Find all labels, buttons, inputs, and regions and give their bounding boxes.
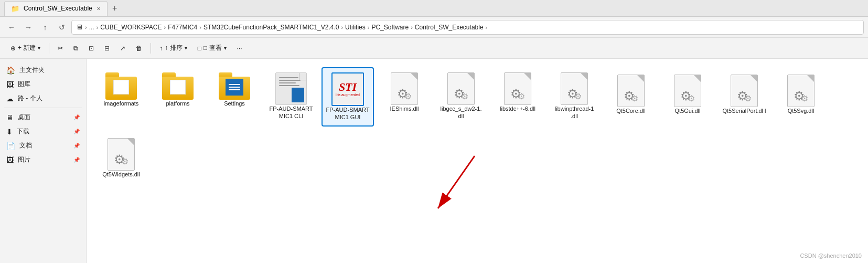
separator-2 — [151, 43, 151, 54]
title-bar: 📁 Control_SW_Executable ✕ + — [0, 0, 868, 17]
pin-icon-downloads: 📌 — [73, 129, 80, 134]
paste-icon: ⊡ — [89, 45, 94, 52]
sort-label: ↑ 排序 — [165, 44, 182, 52]
sidebar-label-gallery: 图库 — [18, 80, 30, 89]
main-layout: 🏠 主文件夹 🖼 图库 ☁ 路 - 个人 🖥 桌面 📌 ⬇ 下载 📌 📄 文档 … — [0, 59, 868, 263]
sidebar-item-downloads[interactable]: ⬇ 下载 📌 — [0, 124, 86, 139]
pin-icon-pictures: 📌 — [73, 157, 80, 163]
home-icon: 🏠 — [6, 66, 15, 75]
path-stm32[interactable]: STM32CubeFunctionPack_SMARTMIC1_V2.4.0 — [203, 24, 339, 31]
back-button[interactable]: ← — [4, 20, 19, 35]
cloud-icon: ☁ — [6, 94, 14, 103]
file-label-platforms: platforms — [166, 100, 189, 107]
file-item-fp-gui[interactable]: STI life.augmented FP-AUD-SMARTMIC1 GUI — [322, 67, 374, 127]
file-item-fp-cli[interactable]: FP-AUD-SMARTMIC1 CLI — [265, 67, 317, 127]
file-label-libwinpthread: libwinpthread-1 .dll — [551, 105, 597, 120]
new-chevron-icon: ▾ — [38, 45, 40, 51]
sidebar-label-pictures: 图片 — [18, 155, 30, 164]
sidebar-item-gallery[interactable]: 🖼 图库 — [0, 77, 86, 91]
dll-icon-libwinpthread: ⚙ ⚙ — [561, 72, 588, 105]
path-pc-software[interactable]: PC_Software — [371, 24, 409, 31]
tab-close-button[interactable]: ✕ — [97, 6, 101, 12]
file-item-platforms[interactable]: platforms — [152, 67, 204, 127]
address-bar: ← → ↑ ↺ 🖥 › ... › CUBE_WORKSPACE › F477M… — [0, 17, 868, 38]
sidebar-label-documents: 文档 — [19, 141, 32, 150]
separator-1 — [49, 43, 49, 54]
file-item-qt5core[interactable]: ⚙ ⚙ Qt5Core.dll — [605, 69, 657, 127]
delete-icon: 🗑 — [136, 45, 142, 52]
sidebar-item-pictures[interactable]: 🖼 图片 📌 — [0, 153, 86, 167]
copy-button[interactable]: ⧉ — [69, 43, 82, 54]
desktop-icon: 🖥 — [6, 113, 14, 122]
file-item-qt5gui[interactable]: ⚙ ⚙ Qt5Gui.dll — [661, 69, 714, 127]
path-monitor-icon: 🖥 — [76, 23, 83, 31]
copy-icon: ⧉ — [73, 45, 78, 52]
file-item-libstdc[interactable]: ⚙ ⚙ libstdc++-6.dll — [491, 67, 544, 127]
path-cube-workspace[interactable]: CUBE_WORKSPACE — [100, 24, 162, 31]
file-item-imageformats[interactable]: imageformats — [95, 67, 147, 127]
sidebar-item-onedrive[interactable]: ☁ 路 - 个人 — [0, 91, 86, 106]
sidebar-label-downloads: 下载 — [17, 127, 29, 136]
sidebar-item-desktop[interactable]: 🖥 桌面 📌 — [0, 110, 86, 124]
folder-icon-platforms — [162, 72, 194, 100]
active-tab[interactable]: 📁 Control_SW_Executable ✕ — [4, 1, 108, 16]
sidebar-label-desktop: 桌面 — [18, 113, 30, 122]
dll-icon-libgcc: ⚙ ⚙ — [447, 72, 475, 105]
share-button[interactable]: ↗ — [116, 43, 130, 54]
address-path[interactable]: 🖥 › ... › CUBE_WORKSPACE › F477MIC4 › ST… — [71, 20, 864, 35]
file-label-qt5gui: Qt5Gui.dll — [675, 107, 701, 114]
forward-button[interactable]: → — [21, 20, 36, 35]
sort-button[interactable]: ↑ ↑ 排序 ▾ — [155, 41, 191, 55]
sidebar-label-onedrive: 路 - 个人 — [18, 94, 42, 103]
view-button[interactable]: □ □ 查看 ▾ — [194, 41, 231, 55]
dll-icon-ieshims: ⚙ ⚙ — [391, 72, 418, 105]
file-item-libwinpthread[interactable]: ⚙ ⚙ libwinpthread-1 .dll — [548, 67, 601, 127]
app-icon-gui: STI life.augmented — [331, 72, 364, 106]
sidebar-label-home: 主文件夹 — [19, 66, 45, 75]
watermark: CSDN @shenchen2010 — [800, 253, 862, 259]
new-label: + 新建 — [18, 44, 36, 52]
paste-button[interactable]: ⊡ — [84, 43, 98, 54]
path-utilities[interactable]: Utilities — [345, 24, 366, 31]
new-tab-button[interactable]: + — [108, 1, 122, 16]
refresh-button[interactable]: ↺ — [55, 20, 69, 35]
dll-icon-qt5serial: ⚙ ⚙ — [731, 75, 758, 107]
tab-label: Control_SW_Executable — [24, 5, 92, 12]
cut-button[interactable]: ✂ — [53, 43, 67, 54]
paste2-button[interactable]: ⊟ — [100, 43, 114, 54]
path-f477mic4[interactable]: F477MIC4 — [168, 24, 197, 31]
file-item-settings[interactable]: Settings — [208, 67, 261, 127]
view-icon: □ — [198, 45, 201, 52]
new-button[interactable]: ⊕ + 新建 ▾ — [6, 41, 45, 55]
folder-icon-imageformats — [105, 72, 137, 100]
path-dots[interactable]: ... — [89, 24, 94, 31]
toolbar: ⊕ + 新建 ▾ ✂ ⧉ ⊡ ⊟ ↗ 🗑 ↑ ↑ 排序 ▾ □ □ 查看 ▾ ·… — [0, 38, 868, 59]
file-label-libstdc: libstdc++-6.dll — [500, 105, 535, 112]
gallery-icon: 🖼 — [6, 80, 14, 89]
more-icon: ··· — [237, 45, 242, 52]
pictures-icon: 🖼 — [6, 156, 14, 164]
sidebar-divider — [4, 108, 82, 108]
app-icon-cli — [275, 72, 307, 105]
sidebar-item-home[interactable]: 🏠 主文件夹 — [0, 63, 86, 77]
more-button[interactable]: ··· — [233, 43, 247, 54]
file-label-qt5widgets: Qt5Widgets.dll — [102, 171, 140, 178]
up-button[interactable]: ↑ — [38, 20, 52, 35]
file-label-fp-cli: FP-AUD-SMARTMIC1 CLI — [270, 105, 313, 120]
file-area: imageformats platforms — [87, 59, 868, 263]
view-label: □ 查看 — [203, 44, 222, 52]
file-item-qt5widgets[interactable]: ⚙ ⚙ Qt5Widgets.dll — [95, 133, 147, 183]
sidebar-item-documents[interactable]: 📄 文档 📌 — [0, 139, 86, 153]
file-item-libgcc[interactable]: ⚙ ⚙ libgcc_s_dw2-1. dll — [435, 67, 487, 127]
delete-button[interactable]: 🗑 — [132, 43, 146, 54]
path-control-sw[interactable]: Control_SW_Executable — [415, 24, 484, 31]
file-item-qt5svg[interactable]: ⚙ ⚙ Qt5Svg.dll — [775, 69, 827, 127]
file-label-qt5svg: Qt5Svg.dll — [788, 107, 815, 114]
tab-folder-icon: 📁 — [11, 5, 19, 13]
file-label-ieshims: IEShims.dll — [390, 105, 419, 112]
file-item-ieshims[interactable]: ⚙ ⚙ IEShims.dll — [378, 67, 431, 127]
downloads-icon: ⬇ — [6, 128, 13, 136]
file-item-qt5serial[interactable]: ⚙ ⚙ Qt5SerialPort.dl l — [718, 69, 770, 127]
dll-icon-qt5core: ⚙ ⚙ — [617, 75, 645, 107]
share-icon: ↗ — [120, 45, 125, 52]
